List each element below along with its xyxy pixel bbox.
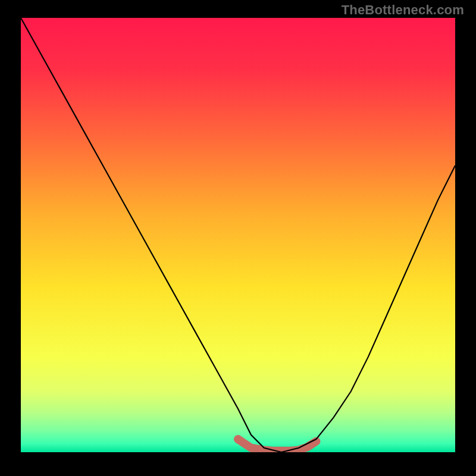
- curve-layer: [21, 18, 455, 452]
- watermark-text: TheBottleneck.com: [342, 2, 464, 18]
- bottleneck-curve: [21, 18, 455, 452]
- chart-frame: TheBottleneck.com: [0, 0, 476, 476]
- plot-area: [21, 18, 455, 452]
